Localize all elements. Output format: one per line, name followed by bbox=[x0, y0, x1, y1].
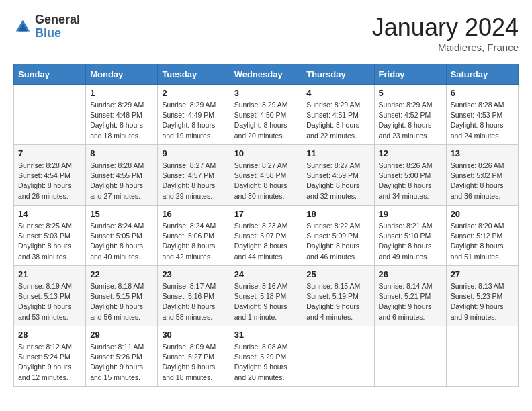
weekday-header: Sunday bbox=[14, 64, 86, 85]
day-info: Sunrise: 8:22 AM Sunset: 5:09 PM Dayligh… bbox=[306, 221, 369, 262]
day-number: 14 bbox=[18, 209, 81, 219]
weekday-header: Thursday bbox=[302, 64, 374, 85]
sunset-text: Sunset: 5:12 PM bbox=[451, 232, 503, 240]
daylight-text: Daylight: 9 hours and 12 minutes. bbox=[18, 363, 71, 381]
day-number: 1 bbox=[90, 88, 153, 98]
location: Maidieres, France bbox=[372, 42, 519, 53]
calendar-cell: 9 Sunrise: 8:27 AM Sunset: 4:57 PM Dayli… bbox=[158, 145, 230, 205]
sunrise-text: Sunrise: 8:18 AM bbox=[90, 282, 144, 290]
day-number: 7 bbox=[18, 148, 81, 158]
calendar-cell: 1 Sunrise: 8:29 AM Sunset: 4:48 PM Dayli… bbox=[86, 85, 158, 145]
sunrise-text: Sunrise: 8:16 AM bbox=[234, 282, 288, 290]
logo-general-text: General bbox=[35, 13, 80, 27]
daylight-text: Daylight: 8 hours and 51 minutes. bbox=[451, 242, 504, 260]
sunset-text: Sunset: 5:09 PM bbox=[306, 232, 359, 240]
sunset-text: Sunset: 4:59 PM bbox=[306, 171, 359, 179]
day-info: Sunrise: 8:15 AM Sunset: 5:19 PM Dayligh… bbox=[306, 281, 369, 322]
day-info: Sunrise: 8:26 AM Sunset: 5:02 PM Dayligh… bbox=[451, 161, 514, 201]
calendar-cell: 10 Sunrise: 8:27 AM Sunset: 4:58 PM Dayl… bbox=[230, 145, 302, 205]
day-info: Sunrise: 8:08 AM Sunset: 5:29 PM Dayligh… bbox=[234, 342, 298, 383]
day-info: Sunrise: 8:23 AM Sunset: 5:07 PM Dayligh… bbox=[234, 221, 298, 262]
sunset-text: Sunset: 5:19 PM bbox=[306, 292, 359, 300]
calendar-week-row: 21 Sunrise: 8:19 AM Sunset: 5:13 PM Dayl… bbox=[14, 266, 519, 326]
day-info: Sunrise: 8:29 AM Sunset: 4:51 PM Dayligh… bbox=[306, 100, 369, 141]
day-number: 22 bbox=[90, 269, 153, 279]
calendar-cell bbox=[14, 85, 86, 145]
calendar-cell: 8 Sunrise: 8:28 AM Sunset: 4:55 PM Dayli… bbox=[86, 145, 158, 205]
title-block: January 2024 Maidieres, France bbox=[372, 13, 519, 53]
day-info: Sunrise: 8:28 AM Sunset: 4:55 PM Dayligh… bbox=[90, 161, 153, 201]
calendar-cell: 27 Sunrise: 8:13 AM Sunset: 5:23 PM Dayl… bbox=[446, 266, 518, 326]
daylight-text: Daylight: 8 hours and 24 minutes. bbox=[451, 121, 504, 139]
calendar-cell: 13 Sunrise: 8:26 AM Sunset: 5:02 PM Dayl… bbox=[446, 145, 518, 205]
sunset-text: Sunset: 4:54 PM bbox=[18, 171, 71, 179]
calendar-cell: 23 Sunrise: 8:17 AM Sunset: 5:16 PM Dayl… bbox=[158, 266, 230, 326]
calendar-cell: 19 Sunrise: 8:21 AM Sunset: 5:10 PM Dayl… bbox=[374, 205, 446, 266]
sunrise-text: Sunrise: 8:24 AM bbox=[90, 222, 144, 230]
sunset-text: Sunset: 5:13 PM bbox=[18, 292, 71, 300]
day-number: 24 bbox=[234, 269, 298, 279]
day-info: Sunrise: 8:27 AM Sunset: 4:57 PM Dayligh… bbox=[162, 161, 225, 201]
sunrise-text: Sunrise: 8:09 AM bbox=[162, 342, 216, 351]
sunrise-text: Sunrise: 8:21 AM bbox=[379, 222, 433, 230]
weekday-header: Friday bbox=[374, 64, 446, 85]
day-number: 23 bbox=[162, 269, 225, 279]
sunset-text: Sunset: 5:03 PM bbox=[18, 232, 71, 240]
logo: General Blue bbox=[13, 13, 80, 40]
day-number: 15 bbox=[90, 209, 153, 219]
day-info: Sunrise: 8:29 AM Sunset: 4:49 PM Dayligh… bbox=[162, 100, 225, 141]
daylight-text: Daylight: 8 hours and 20 minutes. bbox=[234, 121, 287, 139]
daylight-text: Daylight: 9 hours and 20 minutes. bbox=[234, 363, 287, 381]
calendar-cell: 14 Sunrise: 8:25 AM Sunset: 5:03 PM Dayl… bbox=[14, 205, 86, 266]
sunset-text: Sunset: 4:53 PM bbox=[451, 111, 503, 119]
sunset-text: Sunset: 4:49 PM bbox=[162, 111, 214, 119]
calendar-cell: 31 Sunrise: 8:08 AM Sunset: 5:29 PM Dayl… bbox=[230, 326, 302, 387]
sunrise-text: Sunrise: 8:14 AM bbox=[379, 282, 433, 290]
sunrise-text: Sunrise: 8:22 AM bbox=[306, 222, 360, 230]
day-number: 21 bbox=[18, 269, 81, 279]
calendar-cell: 5 Sunrise: 8:29 AM Sunset: 4:52 PM Dayli… bbox=[374, 85, 446, 145]
sunset-text: Sunset: 5:24 PM bbox=[18, 353, 71, 361]
sunrise-text: Sunrise: 8:25 AM bbox=[18, 222, 72, 230]
calendar-cell: 21 Sunrise: 8:19 AM Sunset: 5:13 PM Dayl… bbox=[14, 266, 86, 326]
daylight-text: Daylight: 8 hours and 40 minutes. bbox=[90, 242, 143, 260]
weekday-header: Saturday bbox=[446, 64, 518, 85]
calendar-cell bbox=[302, 326, 374, 387]
sunrise-text: Sunrise: 8:15 AM bbox=[306, 282, 360, 290]
day-number: 12 bbox=[379, 148, 442, 158]
day-number: 6 bbox=[451, 88, 514, 98]
calendar-week-row: 28 Sunrise: 8:12 AM Sunset: 5:24 PM Dayl… bbox=[14, 326, 519, 387]
calendar-cell: 11 Sunrise: 8:27 AM Sunset: 4:59 PM Dayl… bbox=[302, 145, 374, 205]
daylight-text: Daylight: 8 hours and 22 minutes. bbox=[306, 121, 359, 139]
calendar-cell: 20 Sunrise: 8:20 AM Sunset: 5:12 PM Dayl… bbox=[446, 205, 518, 266]
day-number: 30 bbox=[162, 330, 225, 340]
daylight-text: Daylight: 8 hours and 42 minutes. bbox=[162, 242, 215, 260]
sunrise-text: Sunrise: 8:29 AM bbox=[90, 101, 144, 109]
calendar-cell bbox=[446, 326, 518, 387]
calendar-cell: 3 Sunrise: 8:29 AM Sunset: 4:50 PM Dayli… bbox=[230, 85, 302, 145]
weekday-header: Tuesday bbox=[158, 64, 230, 85]
day-info: Sunrise: 8:19 AM Sunset: 5:13 PM Dayligh… bbox=[18, 281, 81, 322]
sunset-text: Sunset: 4:57 PM bbox=[162, 171, 214, 179]
daylight-text: Daylight: 8 hours and 30 minutes. bbox=[234, 181, 287, 199]
daylight-text: Daylight: 9 hours and 18 minutes. bbox=[162, 363, 215, 381]
day-number: 28 bbox=[18, 330, 81, 340]
daylight-text: Daylight: 8 hours and 44 minutes. bbox=[234, 242, 287, 260]
calendar-cell: 4 Sunrise: 8:29 AM Sunset: 4:51 PM Dayli… bbox=[302, 85, 374, 145]
sunrise-text: Sunrise: 8:12 AM bbox=[18, 342, 72, 351]
sunset-text: Sunset: 5:16 PM bbox=[162, 292, 214, 300]
calendar-cell: 22 Sunrise: 8:18 AM Sunset: 5:15 PM Dayl… bbox=[86, 266, 158, 326]
calendar-cell: 26 Sunrise: 8:14 AM Sunset: 5:21 PM Dayl… bbox=[374, 266, 446, 326]
sunset-text: Sunset: 5:05 PM bbox=[90, 232, 142, 240]
day-info: Sunrise: 8:29 AM Sunset: 4:48 PM Dayligh… bbox=[90, 100, 153, 141]
calendar-cell: 17 Sunrise: 8:23 AM Sunset: 5:07 PM Dayl… bbox=[230, 205, 302, 266]
weekday-header-row: SundayMondayTuesdayWednesdayThursdayFrid… bbox=[14, 64, 519, 85]
sunrise-text: Sunrise: 8:13 AM bbox=[451, 282, 504, 290]
daylight-text: Daylight: 8 hours and 32 minutes. bbox=[306, 181, 359, 199]
daylight-text: Daylight: 8 hours and 27 minutes. bbox=[90, 181, 143, 199]
sunset-text: Sunset: 5:23 PM bbox=[451, 292, 503, 300]
daylight-text: Daylight: 8 hours and 19 minutes. bbox=[162, 121, 215, 139]
day-number: 2 bbox=[162, 88, 225, 98]
sunset-text: Sunset: 5:29 PM bbox=[234, 353, 287, 361]
sunrise-text: Sunrise: 8:28 AM bbox=[90, 161, 144, 169]
